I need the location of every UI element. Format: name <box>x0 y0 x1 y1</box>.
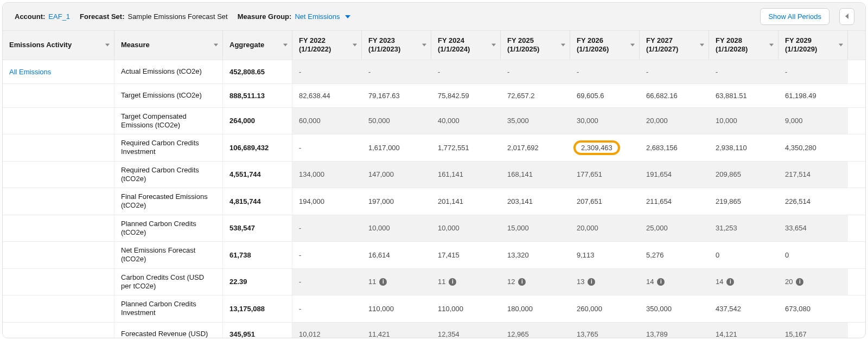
emissions-forecast-panel: Account: EAF_1 Forecast Set: Sample Emis… <box>2 2 866 338</box>
col-emissions-activity[interactable]: Emissions Activity <box>3 31 114 60</box>
chevron-down-icon[interactable] <box>105 44 110 47</box>
chevron-down-icon[interactable] <box>214 44 218 47</box>
col-fy-2028[interactable]: FY 2028(1/1/2028) <box>709 31 778 60</box>
value-cell: 33,654 <box>778 215 848 242</box>
value-cell: 5,276 <box>640 242 709 268</box>
chevron-down-icon[interactable] <box>492 44 496 47</box>
info-icon[interactable]: i <box>518 278 526 286</box>
show-all-periods-button[interactable]: Show All Periods <box>760 8 829 25</box>
value-cell: 10,000 <box>362 215 431 242</box>
highlighted-value: 2,309,463 <box>573 140 620 155</box>
forecast-set-value: Sample Emissions Forecast Set <box>127 12 227 21</box>
table-header: Emissions Activity Measure Aggregate FY … <box>3 31 865 60</box>
value-cell: 0 <box>778 242 848 268</box>
value-cell: - <box>570 60 640 83</box>
value-cell: 12,965 <box>501 323 570 338</box>
activity-cell <box>3 188 114 215</box>
col-aggregate[interactable]: Aggregate <box>223 31 292 60</box>
table-row: Planned Carbon Credits (tCO2e)538,547-10… <box>3 215 865 242</box>
value-cell: 15,167 <box>778 323 848 338</box>
activity-cell[interactable]: All Emissions <box>3 60 114 83</box>
value-cell: 17,415 <box>431 242 501 268</box>
measure-cell: Carbon Credits Cost (USD per tCO2e) <box>114 269 223 295</box>
value-cell: 2,683,156 <box>640 134 709 161</box>
col-fy-2027[interactable]: FY 2027(1/1/2027) <box>640 31 709 60</box>
value-cell: 168,141 <box>501 162 570 188</box>
value-cell: 72,657.2 <box>501 84 570 107</box>
value-cell: 30,000 <box>570 108 640 134</box>
chevron-down-icon[interactable] <box>630 44 635 47</box>
chevron-down-icon[interactable] <box>561 44 565 47</box>
chevron-down-icon[interactable] <box>769 44 774 47</box>
value-cell: 1,617,000 <box>362 134 431 161</box>
col-fy-2025[interactable]: FY 2025(1/1/2025) <box>501 31 570 60</box>
activity-cell <box>3 269 114 295</box>
col-fy-2024[interactable]: FY 2024(1/1/2024) <box>431 31 501 60</box>
info-icon[interactable]: i <box>726 278 734 286</box>
value-cell: 260,000 <box>570 295 640 322</box>
chevron-down-icon[interactable] <box>839 44 843 47</box>
table-row: Target Compensated Emissions (tCO2e)264,… <box>3 108 865 135</box>
info-icon[interactable]: i <box>379 278 387 286</box>
value-cell: 20,000 <box>570 215 640 242</box>
col-fy-2026[interactable]: FY 2026(1/1/2026) <box>570 31 640 60</box>
measure-cell: Target Emissions (tCO2e) <box>114 84 223 107</box>
value-cell: - <box>640 60 709 83</box>
activity-cell <box>3 242 114 268</box>
table-row: Required Carbon Credits Investment106,68… <box>3 134 865 162</box>
value-cell: 14i <box>640 269 709 295</box>
value-cell: 63,881.51 <box>709 84 778 107</box>
aggregate-cell: 452,808.65 <box>223 60 292 83</box>
collapse-panel-button[interactable] <box>839 8 854 25</box>
value-cell: 13,320 <box>501 242 570 268</box>
value-cell: 31,253 <box>709 215 778 242</box>
value-cell: - <box>362 60 431 83</box>
value-cell: 203,141 <box>501 188 570 215</box>
value-cell: - <box>292 269 362 295</box>
value-cell: 2,309,463 <box>570 134 640 161</box>
activity-cell <box>3 215 114 242</box>
info-icon[interactable]: i <box>657 278 665 286</box>
measure-cell: Final Forecasted Emissions (tCO2e) <box>114 188 223 215</box>
value-cell: 191,654 <box>640 162 709 188</box>
measure-cell: Required Carbon Credits (tCO2e) <box>114 162 223 188</box>
value-cell: - <box>292 134 362 161</box>
value-cell: - <box>292 60 362 83</box>
table-row: All EmissionsActual Emissions (tCO2e)452… <box>3 60 865 84</box>
table-row: Final Forecasted Emissions (tCO2e)4,815,… <box>3 188 865 215</box>
info-icon[interactable]: i <box>588 278 595 286</box>
col-fy-2023[interactable]: FY 2023(1/1/2023) <box>362 31 431 60</box>
value-cell: 14,121 <box>709 323 778 338</box>
value-cell: 66,682.16 <box>640 84 709 107</box>
col-measure[interactable]: Measure <box>114 31 223 60</box>
all-emissions-link[interactable]: All Emissions <box>9 68 51 76</box>
chevron-down-icon[interactable] <box>283 44 288 47</box>
value-cell: 15,000 <box>501 215 570 242</box>
chevron-down-icon[interactable] <box>422 44 426 47</box>
value-cell: 207,651 <box>570 188 640 215</box>
value-cell: 82,638.44 <box>292 84 362 107</box>
value-cell: - <box>778 60 848 83</box>
measure-group-filter[interactable]: Measure Group: Net Emissions <box>238 12 351 21</box>
account-link[interactable]: EAF_1 <box>48 12 70 21</box>
value-cell: 10,012 <box>292 323 362 338</box>
value-cell: 134,000 <box>292 162 362 188</box>
caret-down-icon <box>345 15 350 18</box>
activity-cell <box>3 108 114 134</box>
info-icon[interactable]: i <box>449 278 456 286</box>
value-cell: 201,141 <box>431 188 501 215</box>
measure-cell: Planned Carbon Credits Investment <box>114 295 223 322</box>
chevron-down-icon[interactable] <box>700 44 704 47</box>
measure-group-value[interactable]: Net Emissions <box>295 12 340 21</box>
value-cell: 12i <box>501 269 570 295</box>
value-cell: - <box>292 215 362 242</box>
value-cell: 437,542 <box>709 295 778 322</box>
col-fy-2029[interactable]: FY 2029(1/1/2029) <box>778 31 848 60</box>
value-cell: 16,614 <box>362 242 431 268</box>
col-fy-2022[interactable]: FY 2022(1/1/2022) <box>292 31 362 60</box>
chevron-down-icon[interactable] <box>353 44 357 47</box>
aggregate-cell: 264,000 <box>223 108 292 134</box>
activity-cell <box>3 323 114 338</box>
info-icon[interactable]: i <box>796 278 803 286</box>
value-cell: 197,000 <box>362 188 431 215</box>
